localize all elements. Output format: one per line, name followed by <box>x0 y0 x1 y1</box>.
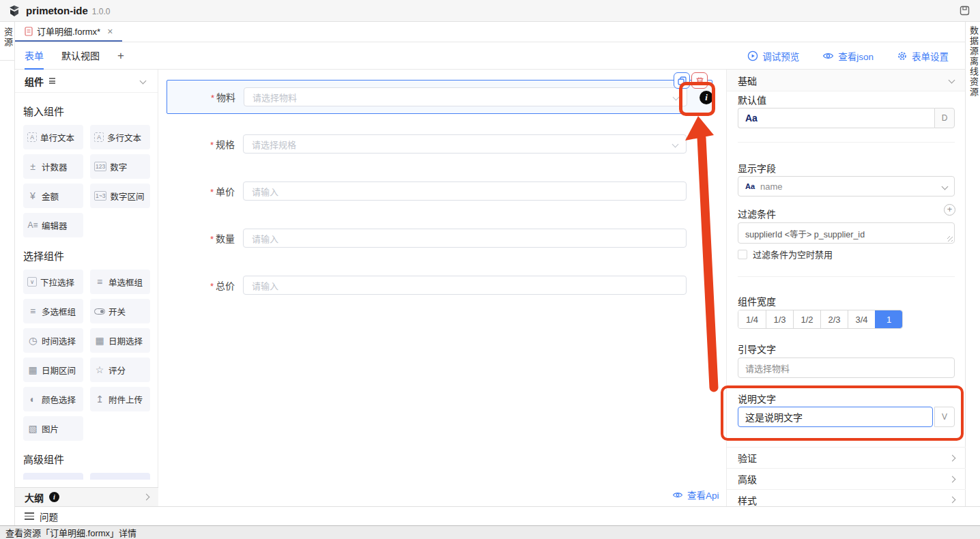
outline-bar[interactable]: 大纲 i <box>15 487 158 506</box>
star-icon: ☆ <box>94 365 105 375</box>
chevron-right-icon[interactable] <box>143 494 150 501</box>
props-basic-title: 基础 <box>738 74 757 87</box>
display-field-select[interactable]: Aa name <box>738 176 955 196</box>
component-switch[interactable]: 开关 <box>90 299 150 323</box>
field-label: *数量 <box>167 231 243 245</box>
width-option-3-4[interactable]: 3/4 <box>848 310 875 328</box>
debug-preview-button[interactable]: 调试预览 <box>747 49 799 63</box>
component-time-picker[interactable]: ◷时间选择 <box>23 328 83 353</box>
textarea-icon: A <box>94 132 104 143</box>
component-rating[interactable]: ☆评分 <box>90 358 150 382</box>
component-label: 开关 <box>109 305 126 318</box>
component-radio-group[interactable]: ≡单选框组 <box>90 270 150 294</box>
component-color-picker[interactable]: ◐颜色选择 <box>23 387 83 411</box>
component-label: 附件上传 <box>109 393 143 406</box>
tab-form[interactable]: 表单 <box>25 42 44 70</box>
component-number-range[interactable]: 1~3数字区间 <box>90 184 150 208</box>
components-panel-header[interactable]: 组件 <box>15 70 158 93</box>
material-select[interactable]: 请选择物料 <box>244 87 687 106</box>
field-row-quantity: *数量 请输入 <box>167 229 687 248</box>
component-stub[interactable] <box>23 473 83 480</box>
component-stub[interactable] <box>90 473 150 480</box>
right-rail: 数据源 离线资源 <box>965 22 980 506</box>
guide-text-input[interactable]: 请选择物料 <box>738 358 955 378</box>
unit-price-input[interactable]: 请输入 <box>243 181 687 201</box>
chevron-down-icon[interactable] <box>949 77 955 84</box>
rail-resources-tab[interactable]: 资源 <box>0 27 14 48</box>
document-tab-bar: 订单明细.formx* × <box>15 22 965 42</box>
help-text-variable-button[interactable]: V <box>934 407 955 427</box>
tab-default-view[interactable]: 默认视图 <box>61 42 100 70</box>
component-text[interactable]: A单行文本 <box>23 125 83 149</box>
display-field-label: 显示字段 <box>738 161 776 175</box>
rail-datasource-tab[interactable]: 数据源 <box>966 26 980 57</box>
resize-handle[interactable] <box>947 236 953 242</box>
field-type-badge: Aa <box>745 182 755 190</box>
filter-condition-textarea[interactable]: supplierId <等于> p_supplier_id <box>738 222 955 244</box>
help-text-input[interactable]: 这是说明文字 <box>738 407 933 427</box>
width-option-2-3[interactable]: 2/3 <box>820 310 848 328</box>
checkbox[interactable] <box>738 250 747 259</box>
component-image[interactable]: ▧图片 <box>23 416 83 441</box>
chevron-right-icon <box>949 497 956 504</box>
required-mark: * <box>210 187 214 197</box>
component-label: 颜色选择 <box>42 393 76 406</box>
width-option-1-3[interactable]: 1/3 <box>766 310 793 328</box>
selected-component-material[interactable]: *物料 请选择物料 i <box>167 80 712 114</box>
view-json-button[interactable]: 查看json <box>822 49 874 63</box>
form-settings-button[interactable]: 表单设置 <box>897 49 949 63</box>
component-label: 多行文本 <box>107 131 141 144</box>
status-text[interactable]: 查看资源「订单明细.formx」详情 <box>5 526 136 539</box>
width-option-1-4[interactable]: 1/4 <box>738 310 766 328</box>
component-number[interactable]: 123数字 <box>90 154 150 179</box>
component-currency[interactable]: ¥金额 <box>23 184 83 208</box>
delete-component-button[interactable] <box>691 72 708 89</box>
section-select-components: 选择组件 <box>23 248 158 263</box>
view-api-label: 查看Api <box>687 488 719 501</box>
spec-select[interactable]: 请选择规格 <box>243 134 687 154</box>
field-label: *规格 <box>167 137 243 151</box>
validation-title: 验证 <box>738 451 757 465</box>
select-placeholder: 请选择物料 <box>253 91 297 104</box>
default-value-type-button[interactable]: D <box>934 108 955 128</box>
props-section-validation[interactable]: 验证 <box>727 447 966 468</box>
help-info-badge[interactable]: i <box>700 91 713 104</box>
field-label: *单价 <box>167 184 243 198</box>
component-label: 计数器 <box>42 160 68 173</box>
rail-offline-resources-tab[interactable]: 离线资源 <box>966 57 980 98</box>
editor-toolbar: 表单 默认视图 + 调试预览 查看json 表单设置 <box>15 42 965 70</box>
component-select[interactable]: ∨下拉选择 <box>23 270 83 294</box>
width-option-1-2[interactable]: 1/2 <box>793 310 820 328</box>
component-counter[interactable]: ±计数器 <box>23 154 83 179</box>
component-upload[interactable]: ↥附件上传 <box>90 387 150 411</box>
chevron-right-icon <box>949 454 956 461</box>
component-date-range[interactable]: ▦日期区间 <box>23 358 83 382</box>
add-filter-button[interactable]: + <box>944 204 955 216</box>
app-logo-icon <box>8 5 20 17</box>
view-api-link[interactable]: 查看Api <box>672 488 719 501</box>
total-price-input[interactable]: 请输入 <box>243 276 687 295</box>
number-icon: 123 <box>94 162 106 172</box>
props-section-advanced[interactable]: 高级 <box>727 468 966 489</box>
problems-bar[interactable]: 问题 <box>15 506 980 525</box>
copy-component-button[interactable] <box>674 72 690 89</box>
component-editor[interactable]: A≡编辑器 <box>23 213 83 237</box>
component-textarea[interactable]: A多行文本 <box>90 125 150 149</box>
tab-order-detail-formx[interactable]: 订单明细.formx* × <box>15 22 122 42</box>
chevron-down-icon[interactable] <box>140 78 147 85</box>
component-label: 单选框组 <box>109 276 143 289</box>
play-circle-icon <box>747 50 758 61</box>
component-checkbox-group[interactable]: ≡多选框组 <box>23 299 83 323</box>
component-date-picker[interactable]: ▦日期选择 <box>90 328 150 353</box>
component-label: 单行文本 <box>40 131 74 144</box>
component-label: 数字 <box>110 160 127 173</box>
add-view-button[interactable]: + <box>117 49 124 63</box>
tab-close-icon[interactable]: × <box>107 26 113 37</box>
guide-text-value: 请选择物料 <box>745 362 790 375</box>
save-button[interactable] <box>957 3 972 18</box>
checkbox-group-icon: ≡ <box>27 306 38 316</box>
quantity-input[interactable]: 请输入 <box>243 229 687 248</box>
width-option-1[interactable]: 1 <box>875 310 902 328</box>
props-section-basic[interactable]: 基础 <box>727 70 965 91</box>
default-value-input[interactable]: Aa <box>738 108 934 128</box>
